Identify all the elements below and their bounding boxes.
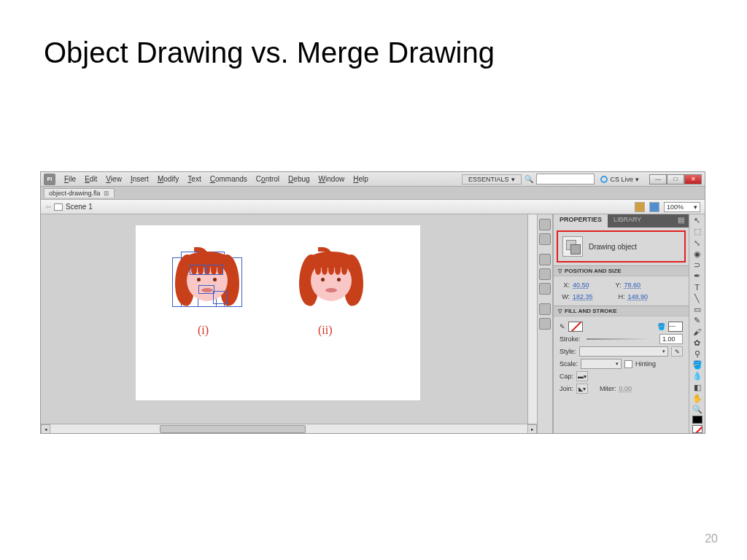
fill-color-swatch[interactable]: --- <box>668 322 683 332</box>
join-dropdown[interactable]: ◣▾ <box>576 384 588 394</box>
menu-window[interactable]: Window <box>314 175 349 183</box>
stroke-color-swatch[interactable] <box>568 322 583 332</box>
maximize-button[interactable]: □ <box>667 174 684 184</box>
stage-area[interactable]: (i) (ii) ◂ ▸ <box>41 214 537 433</box>
pen-tool-icon[interactable]: ✒ <box>691 271 704 281</box>
bucket-icon: 🪣 <box>657 323 665 330</box>
dock-icon[interactable] <box>539 254 551 265</box>
edit-scene-icon[interactable] <box>635 202 645 212</box>
dock-icon[interactable] <box>539 219 551 230</box>
dock-icon[interactable] <box>539 283 551 295</box>
vertical-scrollbar[interactable] <box>527 214 537 424</box>
menu-text[interactable]: Text <box>183 175 205 183</box>
x-label: X: <box>560 281 570 289</box>
eraser-tool-icon[interactable]: ◧ <box>691 383 704 392</box>
stroke-value[interactable]: 1.00 <box>659 334 683 344</box>
free-transform-tool-icon[interactable]: ⤡ <box>691 238 704 247</box>
properties-panel: PROPERTIES LIBRARY ▤ Drawing object ▽POS… <box>553 214 689 433</box>
style-edit-icon[interactable]: ✎ <box>671 346 683 357</box>
workspace-switcher[interactable]: ESSENTIALS▾ <box>462 174 522 184</box>
slide-title: Object Drawing vs. Merge Drawing <box>0 0 747 84</box>
subselection-tool-icon[interactable]: ⬚ <box>691 227 704 236</box>
close-button[interactable]: ✕ <box>684 174 702 184</box>
scroll-right-icon[interactable]: ▸ <box>527 424 537 433</box>
menu-view[interactable]: View <box>101 175 126 183</box>
selection-box[interactable] <box>190 265 206 275</box>
line-tool-icon[interactable]: ╲ <box>691 294 704 303</box>
scale-dropdown[interactable] <box>581 359 622 369</box>
scene-icon <box>54 203 63 211</box>
object-header: Drawing object <box>557 230 686 262</box>
scene-name[interactable]: Scene 1 <box>66 203 93 211</box>
dock-icon[interactable] <box>539 268 551 280</box>
tab-library[interactable]: LIBRARY <box>608 214 647 228</box>
menu-help[interactable]: Help <box>349 175 373 183</box>
h-value[interactable]: 148.90 <box>628 293 649 300</box>
artwork-mouth <box>201 288 213 292</box>
text-tool-icon[interactable]: T <box>691 282 704 292</box>
stroke-swatch[interactable] <box>692 416 703 424</box>
document-tab[interactable]: object-drawing.fla ⊠ <box>44 188 115 198</box>
search-input[interactable] <box>536 174 595 184</box>
object-type-label: Drawing object <box>589 243 637 251</box>
dock-icon[interactable] <box>539 303 551 315</box>
bucket-tool-icon[interactable]: 🪣 <box>691 360 704 370</box>
dock-icon[interactable] <box>539 233 551 245</box>
menu-file[interactable]: File <box>60 175 80 183</box>
scene-bar: ⇦ Scene 1 100%▾ <box>41 200 705 214</box>
menu-edit[interactable]: Edit <box>80 175 101 183</box>
scroll-thumb[interactable] <box>160 425 306 433</box>
menu-control[interactable]: Control <box>252 175 284 183</box>
menu-debug[interactable]: Debug <box>284 175 314 183</box>
panel-menu-icon[interactable]: ▤ <box>673 214 689 228</box>
3d-rotate-tool-icon[interactable]: ◉ <box>691 249 704 259</box>
canvas-label-ii: (ii) <box>318 324 333 337</box>
deco-tool-icon[interactable]: ✿ <box>691 338 704 348</box>
tab-properties[interactable]: PROPERTIES <box>554 214 608 228</box>
pencil-tool-icon[interactable]: ✎ <box>691 316 704 325</box>
section-fill-stroke[interactable]: ▽FILL AND STROKE <box>554 306 689 316</box>
flash-app-window: Fl File Edit View Insert Modify Text Com… <box>40 171 705 434</box>
menu-modify[interactable]: Modify <box>153 175 183 183</box>
stroke-slider[interactable] <box>587 338 654 340</box>
brush-tool-icon[interactable]: 🖌 <box>691 327 704 336</box>
dock-icon[interactable] <box>539 318 551 330</box>
hand-tool-icon[interactable]: ✋ <box>691 394 704 403</box>
canvas[interactable]: (i) (ii) <box>136 225 420 400</box>
rectangle-tool-icon[interactable]: ▭ <box>691 305 704 314</box>
artwork-eye <box>321 278 325 281</box>
menu-insert[interactable]: Insert <box>126 175 153 183</box>
lasso-tool-icon[interactable]: ⊃ <box>691 260 704 270</box>
scroll-left-icon[interactable]: ◂ <box>41 424 50 433</box>
horizontal-scrollbar[interactable]: ◂ ▸ <box>41 424 537 433</box>
tab-close-icon[interactable]: ⊠ <box>104 190 109 197</box>
x-value[interactable]: 40.50 <box>573 281 589 289</box>
cslive-icon <box>600 176 608 183</box>
cslive-button[interactable]: CS Live▾ <box>597 176 642 183</box>
fill-swatch[interactable] <box>692 425 703 433</box>
miter-value[interactable]: 0.00 <box>619 385 632 392</box>
hinting-checkbox[interactable] <box>624 360 632 368</box>
menubar: Fl File Edit View Insert Modify Text Com… <box>41 172 705 187</box>
bone-tool-icon[interactable]: ⚲ <box>691 349 704 359</box>
style-dropdown[interactable] <box>579 346 668 357</box>
selection-box[interactable] <box>213 291 228 304</box>
selection-tool-icon[interactable]: ↖ <box>691 216 704 225</box>
cap-dropdown[interactable]: ▬▾ <box>576 371 588 381</box>
artwork-hair <box>194 247 209 257</box>
join-label: Join: <box>560 385 573 392</box>
miter-label: Miter: <box>600 385 616 392</box>
w-value[interactable]: 182.35 <box>573 293 593 300</box>
minimize-button[interactable]: — <box>649 174 667 184</box>
zoom-tool-icon[interactable]: 🔍 <box>691 405 704 414</box>
section-position-size[interactable]: ▽POSITION AND SIZE <box>554 265 689 276</box>
menu-commands[interactable]: Commands <box>206 175 252 183</box>
eyedropper-tool-icon[interactable]: 💧 <box>691 371 704 381</box>
zoom-input[interactable]: 100%▾ <box>664 202 700 212</box>
y-value[interactable]: 78.60 <box>624 281 641 289</box>
hinting-label: Hinting <box>635 360 656 368</box>
edit-symbols-icon[interactable] <box>649 202 659 212</box>
selection-box[interactable] <box>207 265 223 275</box>
app-logo-icon: Fl <box>44 174 55 185</box>
pencil-icon: ✎ <box>560 323 565 330</box>
